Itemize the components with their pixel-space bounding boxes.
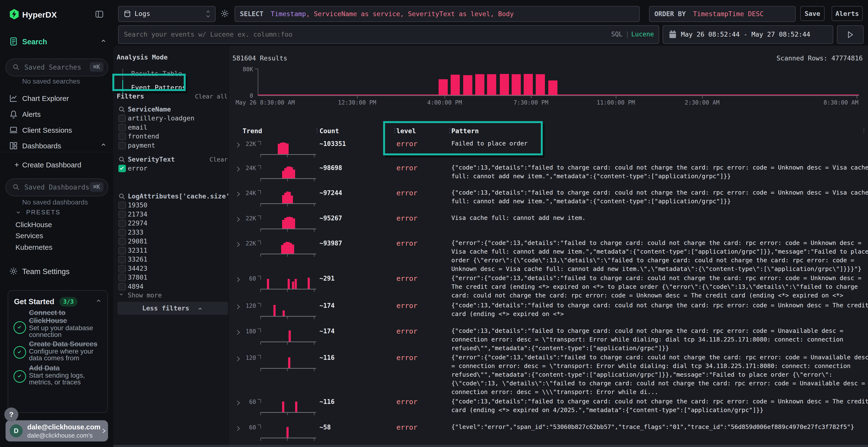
filter-option-frontend[interactable]: frontend	[113, 132, 229, 141]
checkbox[interactable]	[118, 256, 126, 263]
user-menu[interactable]: D dale@clickhouse.com dale@clickhouse.co…	[5, 420, 108, 442]
filter-option-2333[interactable]: 2333	[113, 228, 229, 237]
table-row[interactable]: 60~58error{"level":"error","span_id":"53…	[229, 421, 868, 447]
order-by-input[interactable]: ORDER BY TimestampTime DESC	[649, 6, 796, 22]
checkbox[interactable]	[118, 220, 126, 227]
histogram-bar[interactable]	[463, 75, 472, 95]
filter-option-34423[interactable]: 34423	[113, 264, 229, 273]
search-icon[interactable]	[118, 156, 126, 164]
sidebar-item-client-sessions[interactable]: Client Sessions	[0, 124, 113, 137]
filter-clear-link[interactable]: Clear	[210, 156, 227, 163]
filter-option-19350[interactable]: 19350	[113, 201, 229, 210]
preset-item-services[interactable]: Services	[16, 232, 43, 240]
chevron-up-icon[interactable]	[95, 298, 102, 304]
table-row[interactable]: 180~174error×{"code":13,"details":"faile…	[229, 325, 868, 351]
sidebar-item-team-settings[interactable]: Team Settings	[0, 265, 113, 278]
event-search-input[interactable]	[123, 26, 595, 43]
checked-checkbox[interactable]	[118, 165, 126, 172]
table-row[interactable]: 22K~95267errorVisa cache full: cannot ad…	[229, 212, 868, 237]
sparkline-tick	[314, 342, 314, 345]
show-more-link[interactable]: Show more	[118, 291, 162, 299]
sidebar-item-chart-explorer[interactable]: Chart Explorer	[0, 93, 113, 105]
histogram-bar[interactable]	[451, 75, 460, 95]
run-query-button[interactable]	[837, 25, 864, 44]
filter-option-email[interactable]: email	[113, 123, 229, 132]
saved-searches-input[interactable]: Saved Searches ⌘K	[5, 59, 108, 76]
get-started-item-create-data-sources[interactable]: Create Data SourcesConfigure where your …	[13, 340, 103, 363]
checkbox[interactable]	[118, 115, 126, 122]
get-started-item-connect-to-clickhouse[interactable]: Connect to ClickHouseSet up your databas…	[13, 309, 103, 345]
histogram-bar[interactable]	[512, 74, 521, 95]
histogram-bar[interactable]	[548, 80, 557, 95]
checkbox[interactable]	[118, 211, 126, 218]
table-row[interactable]: 120~116error{"error":{"code":13,"details…	[229, 351, 868, 395]
table-row[interactable]: 120~174error{"code":13,"details":"failed…	[229, 299, 868, 325]
sparkline-axis-bracket	[257, 190, 261, 194]
preset-item-kubernetes[interactable]: Kubernetes	[16, 243, 52, 251]
checkbox[interactable]	[118, 229, 126, 236]
filter-option-artillery-loadgen[interactable]: artillery-loadgen	[113, 114, 229, 123]
alerts-button[interactable]: Alerts	[832, 6, 863, 21]
filter-option-21734[interactable]: 21734	[113, 210, 229, 219]
select-clause-input[interactable]: SELECT Timestamp, ServiceName as service…	[235, 6, 640, 22]
help-button[interactable]: ?	[4, 408, 18, 421]
x-axis-tick	[531, 95, 531, 99]
filter-option-37801[interactable]: 37801	[113, 273, 229, 282]
sidebar-item-dashboards[interactable]: Dashboards	[0, 140, 113, 152]
sidebar-item-label: Alerts	[22, 110, 41, 118]
table-row[interactable]: 60~291error{"error":{"code":13,"details"…	[229, 272, 868, 299]
table-row[interactable]: 24K~98698error{"code":13,"details":"fail…	[229, 161, 868, 186]
sidebar-item-search[interactable]: Search	[0, 36, 113, 48]
get-started-item-add-data[interactable]: Add DataStart sending logs, metrics, or …	[13, 364, 103, 387]
checkbox[interactable]	[118, 142, 126, 149]
histogram-bar[interactable]	[500, 74, 509, 95]
table-row[interactable]: 22K~103351errorFailed to place order	[229, 137, 868, 161]
chevron-up-icon[interactable]	[100, 38, 107, 44]
histogram-bar[interactable]	[536, 74, 545, 95]
checkbox[interactable]	[118, 265, 126, 272]
histogram-bar[interactable]	[524, 74, 533, 95]
horizontal-scrollbar[interactable]	[113, 445, 868, 447]
checkbox[interactable]	[118, 124, 126, 131]
preset-item-clickhouse[interactable]: ClickHouse	[16, 220, 52, 229]
checkbox[interactable]	[118, 133, 126, 140]
save-button[interactable]: Save	[800, 6, 825, 21]
collapse-sidebar-icon[interactable]	[94, 10, 104, 19]
filter-option-33261[interactable]: 33261	[113, 255, 229, 264]
source-select[interactable]: Logs	[118, 6, 216, 22]
clear-all-filters-link[interactable]: Clear all	[195, 93, 227, 100]
table-row[interactable]: 22K~93987error{"error":{"code":13,"detai…	[229, 237, 868, 272]
source-settings-gear-icon[interactable]	[220, 9, 229, 18]
top-bar: Logs SELECT Timestamp, ServiceName as se…	[113, 0, 868, 46]
sidebar-item-alerts[interactable]: Alerts	[0, 108, 113, 121]
table-row[interactable]: 24K~97244error×{"code":13,"details":"fai…	[229, 186, 868, 212]
filter-option-29081[interactable]: 29081	[113, 237, 229, 246]
histogram-bar[interactable]	[475, 74, 485, 95]
filter-option-32311[interactable]: 32311	[113, 246, 229, 255]
presets-toggle[interactable]: PRESETS	[15, 209, 61, 216]
table-menu-icon[interactable]: ⋮	[861, 127, 867, 134]
filter-option-payment[interactable]: payment	[113, 141, 229, 150]
filter-option-error[interactable]: error	[113, 164, 229, 173]
histogram-bar[interactable]	[439, 79, 448, 95]
checkbox[interactable]	[118, 238, 126, 245]
column-header-count[interactable]: Count	[319, 127, 339, 135]
search-icon[interactable]	[118, 193, 126, 200]
pattern-text: {"level":"error","span_id":"53060b827c62…	[452, 423, 868, 431]
lucene-mode-toggle[interactable]: Lucene	[631, 31, 654, 38]
create-dashboard-button[interactable]: + Create Dashboard	[0, 159, 113, 171]
checkbox[interactable]	[118, 274, 126, 281]
table-row[interactable]: 60~116error×{"code":13,"details":"failed…	[229, 395, 868, 421]
saved-dashboards-input[interactable]: Saved Dashboards ⌘K	[5, 178, 108, 196]
histogram-bar[interactable]	[487, 74, 496, 95]
checkbox[interactable]	[118, 202, 126, 209]
checkbox[interactable]	[118, 283, 126, 290]
checkbox[interactable]	[118, 247, 126, 254]
search-icon[interactable]	[118, 106, 126, 113]
filter-option-4894[interactable]: 4894	[113, 282, 229, 291]
column-header-trend[interactable]: Trend	[243, 127, 262, 135]
filter-option-22974[interactable]: 22974	[113, 219, 229, 228]
less-filters-button[interactable]: Less filters	[117, 302, 228, 315]
sql-mode-toggle[interactable]: SQL	[611, 31, 623, 38]
date-range-picker[interactable]: May 26 08:52:44 - May 27 08:52:44	[662, 25, 833, 44]
